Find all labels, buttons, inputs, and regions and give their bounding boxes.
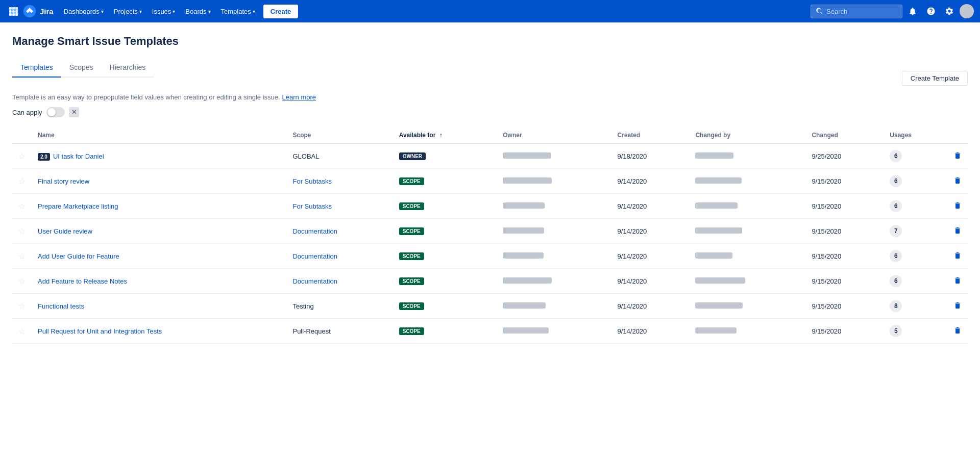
sort-icon: ↑ — [439, 132, 443, 139]
search-input[interactable] — [826, 8, 893, 15]
changed-date: 9/25/2020 — [812, 152, 841, 160]
delete-button[interactable] — [953, 178, 962, 186]
svg-rect-0 — [9, 7, 12, 10]
col-actions — [947, 127, 968, 143]
scope-value: For Subtasks — [292, 177, 332, 185]
user-avatar[interactable] — [960, 4, 974, 18]
star-button[interactable]: ☆ — [18, 177, 26, 186]
nav-projects[interactable]: Projects ▾ — [110, 5, 146, 18]
template-name-link[interactable]: UI task for Daniel — [53, 152, 104, 160]
description-row: Template is an easy way to prepopulate f… — [12, 93, 968, 101]
can-apply-row: Can apply ✕ — [12, 107, 968, 117]
col-available-for[interactable]: Available for ↑ — [393, 127, 497, 143]
available-badge: SCOPE — [399, 202, 424, 210]
star-button[interactable]: ☆ — [18, 202, 26, 211]
owner-value — [503, 177, 552, 184]
can-apply-clear-button[interactable]: ✕ — [69, 107, 79, 117]
available-badge: SCOPE — [399, 302, 424, 310]
table-row: ☆Prepare Marketplace listingFor Subtasks… — [12, 194, 968, 219]
svg-rect-6 — [9, 13, 12, 16]
tab-hierarchies[interactable]: Hierarchies — [102, 58, 154, 78]
available-badge: SCOPE — [399, 227, 424, 235]
template-name-link[interactable]: Add User Guide for Feature — [38, 252, 119, 260]
delete-button[interactable] — [953, 278, 962, 286]
created-date: 9/14/2020 — [617, 252, 647, 260]
usages-count: 8 — [890, 300, 902, 312]
col-owner[interactable]: Owner — [497, 127, 611, 143]
help-icon[interactable] — [923, 3, 939, 19]
jira-logo[interactable]: Jira — [22, 4, 54, 18]
created-date: 9/14/2020 — [617, 227, 647, 235]
changed-by-value — [695, 227, 742, 234]
usages-count: 6 — [890, 150, 902, 162]
scope-value: Documentation — [292, 277, 337, 285]
create-button[interactable]: Create — [263, 5, 298, 18]
changed-date: 9/15/2020 — [812, 277, 841, 285]
delete-button[interactable] — [953, 153, 962, 161]
delete-button[interactable] — [953, 228, 962, 236]
col-changed-by[interactable]: Changed by — [689, 127, 805, 143]
delete-button[interactable] — [953, 328, 962, 336]
can-apply-toggle[interactable] — [46, 107, 65, 117]
col-name[interactable]: Name — [32, 127, 286, 143]
star-button[interactable]: ☆ — [18, 227, 26, 236]
scope-value: GLOBAL — [292, 152, 319, 160]
nav-issues[interactable]: Issues ▾ — [148, 5, 180, 18]
template-name-link[interactable]: User Guide review — [38, 227, 92, 235]
table-row: ☆User Guide reviewDocumentationSCOPE 9/1… — [12, 219, 968, 244]
delete-button[interactable] — [953, 203, 962, 211]
star-button[interactable]: ☆ — [18, 302, 26, 311]
available-badge: SCOPE — [399, 177, 424, 185]
grid-icon[interactable] — [6, 4, 20, 18]
tab-templates[interactable]: Templates — [12, 58, 61, 78]
available-badge: SCOPE — [399, 277, 424, 285]
usages-count: 6 — [890, 175, 902, 187]
tab-scopes[interactable]: Scopes — [61, 58, 102, 78]
star-button[interactable]: ☆ — [18, 327, 26, 336]
search-box[interactable] — [811, 5, 902, 18]
col-created[interactable]: Created — [611, 127, 689, 143]
template-name-link[interactable]: Prepare Marketplace listing — [38, 202, 118, 210]
owner-value — [503, 302, 546, 309]
chevron-down-icon: ▾ — [139, 9, 142, 14]
owner-value — [503, 202, 545, 209]
settings-icon[interactable] — [941, 3, 958, 19]
nav-dashboards[interactable]: Dashboards ▾ — [60, 5, 108, 18]
changed-by-value — [695, 202, 738, 209]
changed-date: 9/15/2020 — [812, 302, 841, 310]
template-name-link[interactable]: Functional tests — [38, 302, 84, 310]
owner-value — [503, 327, 549, 334]
chevron-down-icon: ▾ — [173, 9, 175, 14]
create-template-button[interactable]: Create Template — [902, 71, 968, 86]
col-usages[interactable]: Usages — [884, 127, 947, 143]
template-name-link[interactable]: Pull Request for Unit and Integration Te… — [38, 327, 162, 335]
changed-by-value — [695, 152, 733, 159]
table-row: ☆Functional testsTestingSCOPE 9/14/2020 … — [12, 294, 968, 319]
templates-table: Name Scope Available for ↑ Owner Created… — [12, 127, 968, 344]
chevron-down-icon: ▾ — [101, 9, 104, 14]
page-title: Manage Smart Issue Templates — [12, 35, 968, 48]
nav-boards[interactable]: Boards ▾ — [181, 5, 214, 18]
chevron-down-icon: ▾ — [208, 9, 211, 14]
svg-rect-1 — [12, 7, 15, 10]
owner-value — [503, 152, 551, 159]
changed-date: 9/15/2020 — [812, 327, 841, 335]
notifications-icon[interactable] — [904, 3, 921, 19]
changed-by-value — [695, 327, 737, 334]
changed-by-value — [695, 277, 745, 284]
template-name-link[interactable]: Final story review — [38, 177, 89, 185]
template-name-link[interactable]: Add Feature to Release Notes — [38, 277, 127, 285]
col-scope[interactable]: Scope — [286, 127, 393, 143]
svg-rect-3 — [9, 10, 12, 13]
logo-text: Jira — [40, 7, 54, 16]
owner-value — [503, 252, 544, 259]
col-changed[interactable]: Changed — [805, 127, 884, 143]
learn-more-link[interactable]: Learn more — [282, 93, 316, 101]
nav-templates[interactable]: Templates ▾ — [217, 5, 259, 18]
delete-button[interactable] — [953, 303, 962, 311]
star-button[interactable]: ☆ — [18, 252, 26, 261]
star-button[interactable]: ☆ — [18, 152, 26, 161]
delete-button[interactable] — [953, 253, 962, 261]
usages-count: 6 — [890, 250, 902, 262]
star-button[interactable]: ☆ — [18, 277, 26, 286]
